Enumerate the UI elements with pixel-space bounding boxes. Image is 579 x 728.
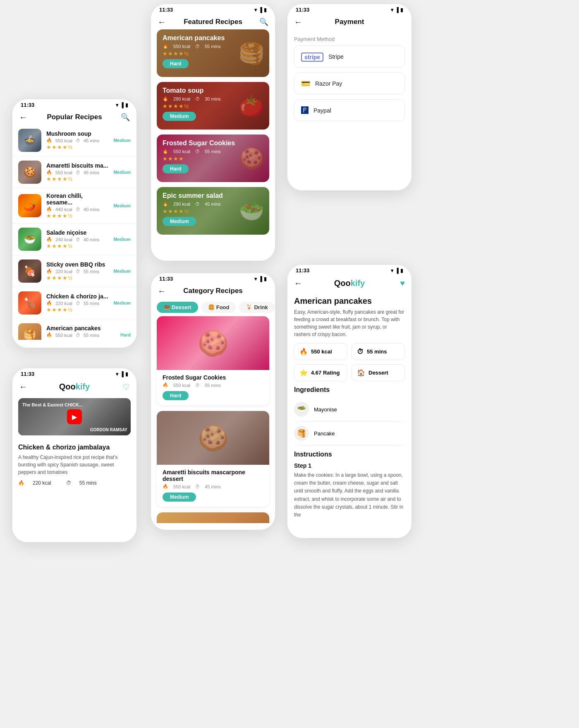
nav-popular: ← Popular Recipes 🔍 [12,110,136,125]
recipe-thumb: 🥗 [18,228,41,251]
back-button-popular[interactable]: ← [19,113,27,122]
ingredients-title: Ingredients [294,386,405,394]
featured-recipe-card[interactable]: 🥗 Epic summer salad 🔥290 kcal ⏱45 mins ★… [157,187,269,235]
time-val: 40 mins [84,207,100,212]
paypal-logo: 🅿 [301,106,309,115]
difficulty-badge: Medium [113,237,131,242]
signal-icon-p: ▐ [395,7,399,13]
category-scroll[interactable]: 🍪 Frosted Sugar Cookies 🔥550 kcal ⏱55 mi… [151,316,275,523]
payment-methods-list: stripe Stripe 💳 Razor Pay 🅿 Paypal [287,46,412,121]
food-emoji: 🍔 [208,304,215,310]
payment-icon: stripe [301,52,323,61]
time-popular: 11:33 [21,102,34,108]
featured-scroll[interactable]: 🥞 American pancakes 🔥550 kcal ⏱55 mins ★… [151,29,275,253]
kcal-val: 440 kcal [55,207,72,212]
kcal-val: 240 kcal [55,237,72,242]
search-button-featured[interactable]: 🔍 [259,17,268,26]
category-recipe-card[interactable]: 🥞 American pancakes 🔥550 kcal ⏱55 mins H… [157,512,269,523]
status-bar-featured: 11:33 ▾ ▐ ▮ [151,4,275,14]
list-item[interactable]: 🥞 American pancakes 🔥550 kcal ⏱55 mins ★… [12,319,136,340]
recipe-name: Korean chilli, sesame... [46,192,108,206]
category-recipe-card[interactable]: 🍪 Frosted Sugar Cookies 🔥550 kcal ⏱55 mi… [157,316,269,405]
cat-card-info: Frosted Sugar Cookies 🔥550 kcal ⏱55 mins… [157,370,269,405]
card-stars: ★★★★½ [163,50,263,57]
list-item[interactable]: 🌶️ Korean chilli, sesame... 🔥440 kcal ⏱4… [12,188,136,223]
detail-recipe-title: American pancakes [294,296,405,306]
featured-recipe-card[interactable]: 🥞 American pancakes 🔥550 kcal ⏱55 mins ★… [157,29,269,77]
cat-card-emoji: 🍪 [198,423,229,453]
category-icon: 🏠 [357,369,365,377]
card-content: Epic summer salad 🔥290 kcal ⏱45 mins ★★★… [157,187,269,231]
back-button-video[interactable]: ← [19,382,27,392]
difficulty-badge: Hard [120,332,131,337]
time-detail: 11:33 [296,267,309,274]
kcal-feat: 550 kcal [173,44,190,49]
back-button-category[interactable]: ← [158,286,166,296]
instructions-title: Instructions [294,451,405,458]
time-cat: 45 mins [205,484,221,489]
status-icons-featured: ▾ ▐ ▮ [254,7,267,13]
kcal-icon: 🔥 [299,348,308,356]
cat-card-info: Amaretti biscuits mascarpone dessert 🔥55… [157,465,269,507]
battery-icon-c: ▮ [264,276,267,282]
time-feat: 55 mins [205,44,221,49]
recipe-info: American pancakes 🔥550 kcal ⏱55 mins ★★★… [46,325,115,340]
kcal-val: 550 kcal [55,138,72,143]
card-title: Tomato soup [163,87,263,94]
card-content: Tomato soup 🔥290 kcal ⏱30 mins ★★★★½ Med… [157,82,269,126]
pill-dessert[interactable]: 🍩 Dessert [157,302,198,313]
recipe-meta: 🔥550 kcal ⏱45 mins [46,170,108,175]
heart-button-video[interactable]: ♡ [122,382,130,392]
play-button[interactable]: ▶ [67,409,82,424]
time-icon-list: ⏱ [76,301,80,306]
phone-detail: 11:33 ▾ ▐ ▮ ← Qookify ♥ American pancake… [287,265,412,538]
back-button-detail[interactable]: ← [294,279,302,288]
kcal-icon-list: 🔥 [46,207,52,212]
popular-scroll[interactable]: 🍲 Mushroom soup 🔥550 kcal ⏱45 mins ★★★★½… [12,125,136,340]
time-val: 45 mins [84,170,100,175]
pill-food[interactable]: 🍔 Food [201,302,236,313]
list-item[interactable]: 🍪 Amaretti biscuits ma... 🔥550 kcal ⏱45 … [12,156,136,188]
time-value-video: 55 mins [79,480,97,486]
detail-recipe-desc: Easy, American-style, fluffy pancakes ar… [294,308,405,338]
nav-video: ← Qookify ♡ [12,379,136,395]
status-icons-payment: ▾ ▐ ▮ [391,7,403,13]
list-item[interactable]: 🍲 Mushroom soup 🔥550 kcal ⏱45 mins ★★★★½… [12,125,136,156]
wifi-icon-p: ▾ [391,7,393,13]
wifi-icon-c: ▾ [254,276,257,282]
back-button-payment[interactable]: ← [294,17,302,27]
list-item[interactable]: 🍗 Chicken & chorizo ja... 🔥220 kcal ⏱55 … [12,287,136,319]
phone-popular: 11:33 ▾ ▐ ▮ ← Popular Recipes 🔍 🍲 Mushro… [12,99,136,348]
payment-icon: 🅿 [301,106,309,115]
recipe-stars: ★★★★½ [46,144,108,150]
payment-option[interactable]: 💳 Razor Pay [294,72,405,94]
detail-scroll[interactable]: American pancakes Easy, American-style, … [287,291,412,531]
recipe-meta: 🔥220 kcal ⏱55 mins [46,269,108,274]
category-recipe-card[interactable]: 🍪 Amaretti biscuits mascarpone dessert 🔥… [157,411,269,507]
status-bar-video: 11:33 ▾ ▐ ▮ [12,368,136,379]
featured-recipe-card[interactable]: 🍪 Frosted Sugar Cookies 🔥550 kcal ⏱55 mi… [157,135,269,182]
difficulty-badge: Medium [113,170,131,175]
pill-drink[interactable]: 🍹 Drink [239,302,274,313]
recipe-stars: ★★★★½ [46,275,108,281]
featured-recipe-card[interactable]: 🍅 Tomato soup 🔥290 kcal ⏱30 mins ★★★★½ M… [157,82,269,130]
cat-card-title: Amaretti biscuits mascarpone dessert [163,469,263,482]
nav-category: ← Category Recipes [151,284,275,298]
stat-time-value: 55 mins [367,348,387,355]
video-card[interactable]: The Best & Easiest CHICK... ▶ GORDON RAM… [18,398,131,435]
difficulty-badge-feat: Hard [163,59,189,68]
wifi-icon: ▾ [116,102,118,108]
recipe-thumb: 🌶️ [18,194,41,217]
search-button-popular[interactable]: 🔍 [121,113,130,122]
kcal-icon-list: 🔥 [46,170,52,175]
difficulty-badge: Medium [113,138,131,143]
payment-option[interactable]: 🅿 Paypal [294,99,405,121]
list-item[interactable]: 🥗 Salade niçoise 🔥240 kcal ⏱40 mins ★★★★… [12,223,136,255]
kcal-val: 550 kcal [55,170,72,175]
heart-button-detail[interactable]: ♥ [400,279,405,288]
payment-option[interactable]: stripe Stripe [294,46,405,67]
card-title: Epic summer salad [163,192,263,199]
dessert-emoji: 🍩 [163,304,170,310]
list-item[interactable]: 🍖 Sticky oven BBQ ribs 🔥220 kcal ⏱55 min… [12,255,136,287]
back-button-featured[interactable]: ← [158,17,166,27]
